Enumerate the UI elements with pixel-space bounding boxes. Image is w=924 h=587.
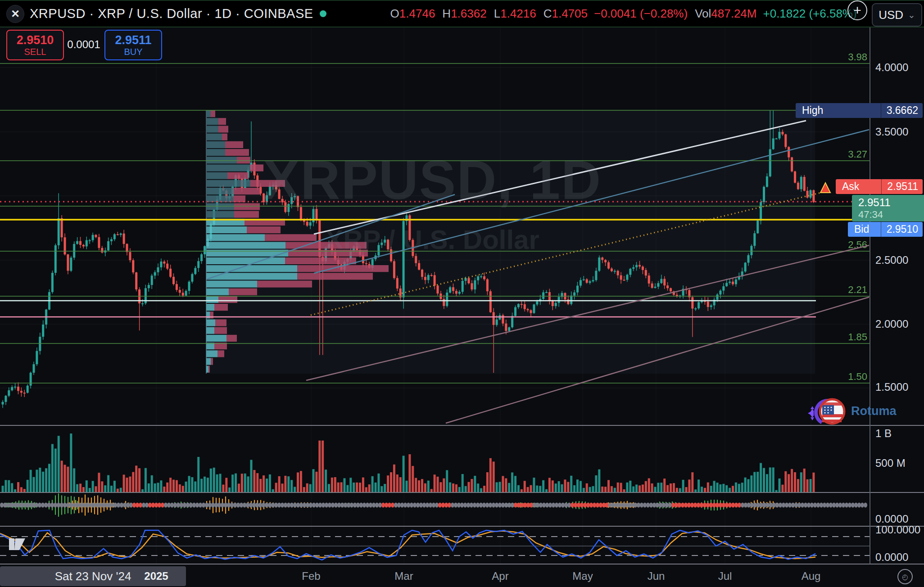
currency-usd-button[interactable]: USD ⌄	[872, 3, 922, 27]
close-value: 1.4705	[552, 7, 588, 21]
buy-label: BUY	[124, 47, 142, 57]
svg-text:1.50: 1.50	[848, 371, 867, 382]
open-value: 1.4746	[399, 7, 435, 21]
axis-tick-label: 4.0000	[875, 61, 908, 74]
add-alert-plus-icon[interactable]: +	[847, 0, 867, 20]
bid-badge-label: Bid	[848, 222, 874, 237]
symbol-title[interactable]: XRPUSD · XRP / U.S. Dollar · 1D · COINBA…	[30, 6, 313, 21]
low-label: L	[494, 7, 500, 21]
chart-stage: 3.983.272.562.211.851.502.9 ✕ XRPUSD · X…	[0, 0, 924, 587]
time-axis-label: Mar	[394, 570, 413, 582]
high-badge-value: 3.6662	[881, 103, 923, 118]
close-label: C	[544, 7, 552, 21]
axis-tick-label: 500 M	[875, 457, 906, 470]
rotuma-flag-icon	[804, 396, 854, 426]
ask-badge-value: 2.9511	[881, 179, 923, 194]
high-price-badge: High 3.6662	[796, 103, 923, 118]
sell-label: SELL	[24, 47, 46, 57]
high-badge-label: High	[796, 103, 828, 118]
bar-countdown: 47:34	[858, 209, 883, 220]
axis-tick-label: 0.0000	[875, 551, 908, 564]
currency-usd-label: USD	[879, 8, 903, 22]
chevron-down-icon: ⌄	[908, 9, 915, 20]
sell-button[interactable]: 2.9510 SELL	[6, 30, 64, 60]
axis-tick-label: 2.5000	[875, 254, 908, 266]
ask-price-badge: Ask 2.9511	[836, 179, 923, 194]
bid-badge-value: 2.9510	[881, 222, 923, 237]
top-toolbar: ✕ XRPUSD · XRP / U.S. Dollar · 1D · COIN…	[0, 0, 924, 27]
ohlc-readout: O1.4746 H1.6362 L1.4216 C1.4705 −0.0041 …	[383, 7, 857, 21]
buy-price: 2.9511	[115, 33, 151, 47]
market-status-dot-icon	[320, 10, 326, 17]
clock-settings-icon[interactable]: ◴	[897, 569, 913, 584]
open-label: O	[390, 7, 399, 21]
last-price-badge: 2.9511 47:34	[852, 195, 924, 221]
svg-text:3.27: 3.27	[848, 149, 867, 160]
axis-tick-label: 1 B	[875, 427, 892, 440]
bid-price-badge: Bid 2.9510	[848, 222, 923, 237]
spread-value: 0.0001	[68, 37, 100, 52]
time-axis-label: 2025	[144, 570, 168, 582]
volume-change-value: +0.1822 (+6.58%)	[763, 7, 856, 21]
time-axis-label: Jun	[648, 570, 665, 582]
last-price-value: 2.9511	[858, 196, 891, 209]
axis-tick-label: 2.0000	[875, 318, 908, 330]
svg-text:3.98: 3.98	[848, 51, 867, 63]
high-value: 1.6362	[451, 7, 487, 21]
ask-badge-label: Ask	[836, 179, 864, 194]
volume-label: Vol	[695, 7, 711, 21]
time-axis-label: Aug	[802, 570, 821, 582]
buy-button[interactable]: 2.9511 BUY	[104, 30, 162, 60]
axis-tick-label: 100.0000	[875, 524, 920, 536]
high-label: H	[442, 7, 451, 21]
time-axis[interactable]: Sat 23 Nov '24 ◴ 2025FebMarAprMayJunJulA…	[0, 564, 924, 587]
time-axis-label: May	[572, 570, 593, 582]
axis-tick-label: 3.5000	[875, 126, 908, 138]
tradingview-logo-icon[interactable]	[9, 535, 33, 553]
svg-text:1.85: 1.85	[848, 331, 867, 343]
price-chart-canvas[interactable]: 3.983.272.562.211.851.502.9	[0, 0, 924, 587]
sell-price: 2.9510	[17, 33, 54, 47]
xrp-logo-icon[interactable]: ✕	[6, 5, 24, 23]
change-value: −0.0041 (−0.28%)	[594, 7, 688, 21]
low-value: 1.4216	[500, 7, 536, 21]
svg-text:2.21: 2.21	[848, 284, 867, 295]
time-axis-label: Feb	[302, 570, 320, 582]
axis-tick-label: 1.5000	[875, 381, 908, 393]
time-axis-label: Jul	[718, 570, 732, 582]
volume-value: 487.24M	[711, 7, 756, 21]
time-axis-label: Apr	[492, 570, 508, 582]
